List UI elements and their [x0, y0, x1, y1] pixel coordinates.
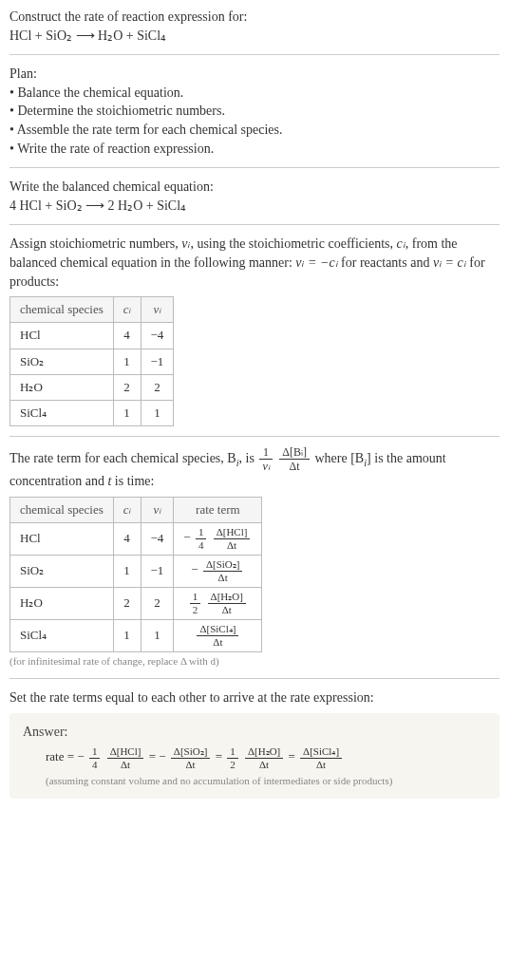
cell-species: H₂O	[10, 587, 114, 619]
cell-c: 1	[113, 555, 141, 587]
cell-c: 4	[113, 522, 141, 555]
rate-term-table: chemical species cᵢ νᵢ rate term HCl 4 −…	[9, 497, 262, 652]
table-row: SiO₂ 1 −1	[10, 349, 174, 374]
plan-heading: Plan:	[9, 65, 500, 84]
cell-rateterm: Δ[SiCl₄]Δt	[174, 619, 262, 651]
rate-term-text: The rate term for each chemical species,…	[9, 446, 500, 491]
balanced-equation: 4 HCl + SiO₂ ⟶ 2 H₂O + SiCl₄	[9, 197, 500, 216]
cell-species: SiO₂	[10, 555, 114, 587]
fraction: Δ[H₂O]Δt	[245, 746, 283, 770]
fraction: Δ[SiO₂]Δt	[171, 746, 211, 770]
fraction: Δ[SiCl₄]Δt	[197, 624, 238, 648]
col-header-rateterm: rate term	[174, 497, 262, 522]
cell-rateterm: − 14 Δ[HCl]Δt	[174, 522, 262, 555]
col-header-nu: νᵢ	[141, 497, 174, 522]
col-header-c: cᵢ	[113, 297, 141, 323]
infinitesimal-note: (for infinitesimal rate of change, repla…	[9, 654, 500, 669]
cell-c: 4	[113, 323, 141, 349]
text: , using the stoichiometric coefficients,	[190, 236, 396, 251]
fraction: Δ[SiO₂]Δt	[203, 559, 243, 583]
text: for reactants and	[338, 255, 433, 270]
col-header-species: chemical species	[10, 497, 114, 522]
cell-species: SiCl₄	[10, 400, 114, 425]
unbalanced-equation: HCl + SiO₂ ⟶ H₂O + SiCl₄	[9, 27, 500, 46]
cell-nu: −4	[141, 522, 174, 555]
divider	[9, 54, 500, 55]
cell-rateterm: 12 Δ[H₂O]Δt	[174, 587, 262, 619]
table-row: H₂O 2 2	[10, 374, 174, 400]
cell-c: 1	[113, 400, 141, 425]
cell-species: H₂O	[10, 374, 114, 400]
conclusion-text: Set the rate terms equal to each other t…	[9, 688, 500, 707]
cell-c: 2	[113, 587, 141, 619]
cell-species: SiO₂	[10, 349, 114, 374]
cell-nu: 1	[141, 400, 174, 425]
relation-reactants: νᵢ = −cᵢ	[295, 255, 337, 270]
c-i: cᵢ	[397, 236, 405, 251]
table-row: SiO₂ 1 −1 − Δ[SiO₂]Δt	[10, 555, 262, 587]
plan-item: • Balance the chemical equation.	[9, 84, 500, 103]
fraction: 14	[196, 527, 207, 551]
answer-label: Answer:	[23, 723, 486, 742]
assign-text: Assign stoichiometric numbers, νᵢ, using…	[9, 235, 500, 291]
plan-item: • Write the rate of reaction expression.	[9, 140, 500, 159]
cell-nu: 2	[141, 587, 174, 619]
plan-item: • Determine the stoichiometric numbers.	[9, 102, 500, 121]
cell-c: 1	[113, 619, 141, 651]
divider	[9, 167, 500, 168]
cell-nu: −1	[141, 555, 174, 587]
col-header-nu: νᵢ	[141, 297, 174, 323]
cell-species: HCl	[10, 522, 114, 555]
cell-nu: −4	[141, 323, 174, 349]
text: , is	[239, 451, 258, 465]
fraction: Δ[SiCl₄]Δt	[300, 746, 342, 770]
cell-rateterm: − Δ[SiO₂]Δt	[174, 555, 262, 587]
divider	[9, 224, 500, 225]
table-row: H₂O 2 2 12 Δ[H₂O]Δt	[10, 587, 262, 619]
text: is time:	[111, 474, 154, 488]
plan-item: • Assemble the rate term for each chemic…	[9, 121, 500, 140]
col-header-species: chemical species	[10, 297, 114, 323]
col-header-c: cᵢ	[113, 497, 141, 522]
fraction: Δ[Bᵢ] Δt	[279, 446, 310, 472]
text: The rate term for each chemical species,…	[9, 451, 236, 465]
fraction: 14	[89, 746, 101, 770]
cell-nu: 2	[141, 374, 174, 400]
divider	[9, 678, 500, 679]
cell-nu: 1	[141, 619, 174, 651]
cell-c: 1	[113, 349, 141, 374]
fraction: Δ[HCl]Δt	[214, 527, 251, 551]
answer-expression: rate = − 14 Δ[HCl]Δt = − Δ[SiO₂]Δt = 12 …	[46, 746, 486, 770]
cell-nu: −1	[141, 349, 174, 374]
table-row: SiCl₄ 1 1 Δ[SiCl₄]Δt	[10, 619, 262, 651]
fraction: Δ[H₂O]Δt	[208, 592, 246, 615]
fraction: 12	[227, 746, 238, 770]
fraction: 1 νᵢ	[259, 446, 272, 472]
intro-text: Construct the rate of reaction expressio…	[9, 8, 500, 27]
cell-species: SiCl₄	[10, 619, 114, 651]
divider	[9, 436, 500, 437]
answer-box: Answer: rate = − 14 Δ[HCl]Δt = − Δ[SiO₂]…	[9, 713, 500, 799]
relation-products: νᵢ = cᵢ	[433, 255, 466, 270]
table-row: HCl 4 −4 − 14 Δ[HCl]Δt	[10, 522, 262, 555]
cell-c: 2	[113, 374, 141, 400]
text: where [B	[314, 451, 364, 465]
fraction: 12	[190, 592, 201, 615]
stoichiometry-table: chemical species cᵢ νᵢ HCl 4 −4 SiO₂ 1 −…	[9, 296, 174, 426]
cell-species: HCl	[10, 323, 114, 349]
balanced-heading: Write the balanced chemical equation:	[9, 178, 500, 197]
table-row: SiCl₄ 1 1	[10, 400, 174, 425]
rate-prefix: rate =	[46, 750, 77, 764]
assumption-note: (assuming constant volume and no accumul…	[46, 774, 486, 788]
fraction: Δ[HCl]Δt	[107, 746, 144, 770]
text: Assign stoichiometric numbers,	[9, 236, 181, 251]
table-row: HCl 4 −4	[10, 323, 174, 349]
